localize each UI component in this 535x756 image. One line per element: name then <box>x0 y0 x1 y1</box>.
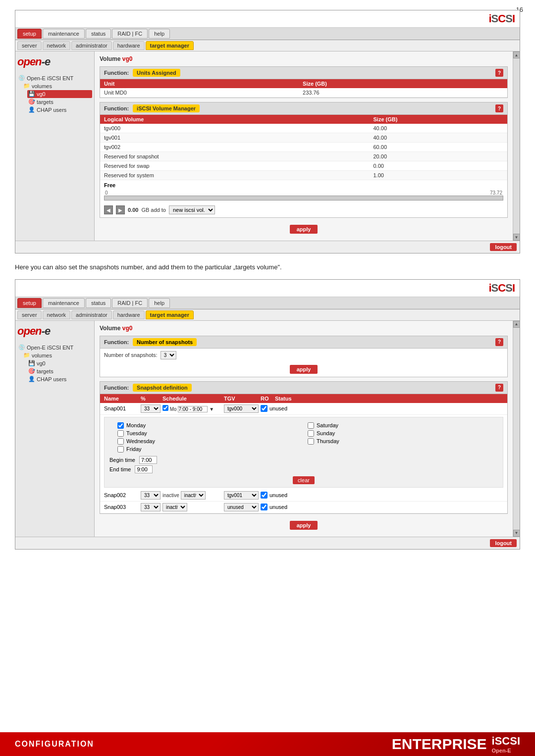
sidebar-item-opene-iscsi-1[interactable]: 💿 Open-E iSCSI ENT <box>17 74 92 82</box>
tab-maintenance-2[interactable]: maintenance <box>43 298 85 308</box>
function-label-volmgr-1: Function: <box>104 105 129 111</box>
schedule-time-input-001[interactable] <box>178 406 208 412</box>
tab-raid-2[interactable]: RAID | FC <box>112 298 148 308</box>
scroll-up-1[interactable]: ▲ <box>513 51 520 58</box>
snap-table-header-2: Name % Schedule TGV RO Status <box>100 394 507 403</box>
checkbox-tuesday-001[interactable] <box>117 430 124 437</box>
slider-min-1: 0 <box>105 190 108 196</box>
sidebar-label-volumes-1: volumes <box>32 83 52 89</box>
day-tuesday-001: Tuesday <box>117 430 300 437</box>
sidebar-item-vg0-1[interactable]: 💾 vg0 <box>27 90 92 98</box>
day-saturday-001: Saturday <box>308 422 490 429</box>
snap-pct-001[interactable]: 33 <box>141 404 160 413</box>
apply-btn-2[interactable]: apply <box>290 521 318 530</box>
content-area-2: Volume vg0 Function: Number of snapshots… <box>95 321 513 537</box>
tab-help-1[interactable]: help <box>149 29 170 39</box>
help-btn-snapdef-2[interactable]: ? <box>495 384 503 392</box>
scroll-down-1[interactable]: ▼ <box>513 234 520 241</box>
sidebar-item-chapusers-2[interactable]: 👤 CHAP users <box>27 375 92 383</box>
snap-ro-002[interactable] <box>261 492 268 499</box>
help-btn-volmgr-1[interactable]: ? <box>495 104 503 112</box>
day-wednesday-001: Wednesday <box>117 438 300 445</box>
checkbox-friday-001[interactable] <box>117 446 124 453</box>
mon-checkbox-001[interactable] <box>162 405 168 411</box>
snap-sched-select-002[interactable]: inactive <box>181 491 206 500</box>
col-size-1: Size (GB) <box>299 79 507 88</box>
logout-btn-1[interactable]: logout <box>490 243 517 251</box>
tab-setup-2[interactable]: setup <box>17 298 42 308</box>
function-label-snapdef-2: Function: <box>104 385 129 391</box>
subtab-targetmanager-1[interactable]: target manager <box>146 41 194 50</box>
checkbox-wednesday-001[interactable] <box>117 438 124 445</box>
snap-num-select-2[interactable]: 3 <box>160 351 176 359</box>
subtab-network-1[interactable]: network <box>43 41 71 50</box>
sidebar-item-targets-2[interactable]: 🎯 targets <box>27 367 92 375</box>
subtab-administrator-1[interactable]: administrator <box>71 41 112 50</box>
apply-row-numsnap-2: apply <box>100 362 507 377</box>
apply-btn-1[interactable]: apply <box>290 225 318 234</box>
label-sunday-001: Sunday <box>317 430 335 436</box>
scroll-up-2[interactable]: ▲ <box>513 321 520 328</box>
scroll-down-2[interactable]: ▼ <box>513 530 520 537</box>
subtab-network-2[interactable]: network <box>43 310 71 319</box>
snap-num-row-2: Number of snapshots: 3 <box>100 349 507 362</box>
subtab-server-2[interactable]: server <box>17 310 42 319</box>
sidebar-item-volumes-1[interactable]: 📁 volumes <box>22 82 92 90</box>
snap-num-label-2: Number of snapshots: <box>104 352 158 358</box>
sidebar-label-chapusers-1: CHAP users <box>37 107 66 113</box>
snap-sched-select-003[interactable]: inactive <box>162 503 187 511</box>
footer-bar: CONFIGURATION ENTERPRISE iSCSI Open-E <box>0 732 535 756</box>
type-select-1[interactable]: new iscsi vol. <box>169 205 215 214</box>
snap-ro-003[interactable] <box>261 504 268 510</box>
subtab-hardware-2[interactable]: hardware <box>113 310 145 319</box>
slider-max-1: 73.72 <box>490 190 502 196</box>
vol-name: Reserved for system <box>100 171 370 180</box>
panel-body-2: open-e 💿 Open-E iSCSI ENT 📁 volumes 💾 vg… <box>15 321 520 537</box>
snap-tgv-002[interactable]: tgv001 <box>224 491 259 500</box>
sidebar-item-targets-1[interactable]: 🎯 targets <box>27 98 92 106</box>
tab-raid-1[interactable]: RAID | FC <box>112 29 148 39</box>
subtab-hardware-1[interactable]: hardware <box>113 41 145 50</box>
logout-btn-2[interactable]: logout <box>490 539 517 547</box>
sidebar-item-volumes-2[interactable]: 📁 volumes <box>22 352 92 359</box>
function-value-units-1: Units Assigned <box>133 69 180 77</box>
subtab-targetmanager-2[interactable]: target manager <box>146 310 194 319</box>
tab-status-2[interactable]: status <box>86 298 111 308</box>
arrow-left-1[interactable]: ◀ <box>104 205 113 214</box>
slider-labels-1: 0 73.72 <box>104 190 503 196</box>
snap-tgv-001[interactable]: tgv000 <box>224 404 259 413</box>
help-btn-units-1[interactable]: ? <box>495 69 503 77</box>
checkbox-sunday-001[interactable] <box>308 430 314 437</box>
subtab-server-1[interactable]: server <box>17 41 42 50</box>
time-row-001: Begin time <box>109 456 498 464</box>
snap-tgv-003[interactable]: unused <box>224 503 259 511</box>
apply-btn-numsnap-2[interactable]: apply <box>290 365 318 374</box>
arrow-right-1[interactable]: ▶ <box>116 205 125 214</box>
tab-status-1[interactable]: status <box>86 29 111 39</box>
sidebar-label-volumes-2: volumes <box>32 353 52 358</box>
tab-help-2[interactable]: help <box>149 298 170 308</box>
end-time-input-001[interactable] <box>135 465 153 473</box>
open-e-logo-1: open-e <box>17 55 92 68</box>
col-name-2: Name <box>104 396 139 402</box>
help-btn-numsnap-2[interactable]: ? <box>495 338 503 346</box>
checkbox-saturday-001[interactable] <box>308 422 314 429</box>
snap-ro-001[interactable] <box>261 405 268 412</box>
col-schedule-2: Schedule <box>162 396 222 402</box>
snap-pct-002[interactable]: 33 <box>141 491 160 500</box>
subtab-administrator-2[interactable]: administrator <box>71 310 112 319</box>
sidebar-item-opene-iscsi-2[interactable]: 💿 Open-E iSCSI ENT <box>17 344 92 352</box>
begin-time-input-001[interactable] <box>139 456 157 464</box>
tab-maintenance-1[interactable]: maintenance <box>43 29 85 39</box>
slider-bar-1[interactable] <box>104 196 503 201</box>
sidebar-item-vg0-2[interactable]: 💾 vg0 <box>27 359 92 367</box>
expand-icon-001[interactable]: ▼ <box>209 406 214 412</box>
tab-setup-1[interactable]: setup <box>17 29 42 39</box>
clear-btn-001[interactable]: clear <box>293 476 315 484</box>
checkbox-thursday-001[interactable] <box>308 438 314 445</box>
begin-time-label-001: Begin time <box>109 457 135 463</box>
sidebar-item-chapusers-1[interactable]: 👤 CHAP users <box>27 106 92 114</box>
checkbox-monday-001[interactable] <box>117 422 124 429</box>
footer-enterprise-area: ENTERPRISE iSCSI Open-E <box>392 735 520 754</box>
snap-pct-003[interactable]: 33 <box>141 503 160 511</box>
